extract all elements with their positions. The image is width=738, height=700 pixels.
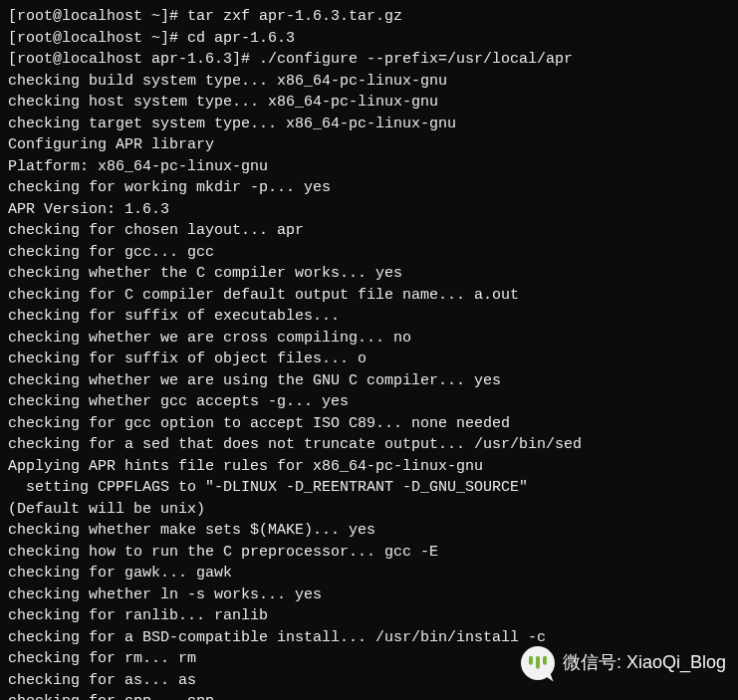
terminal-line: checking for gcc... gcc	[8, 242, 730, 264]
terminal-line: checking whether gcc accepts -g... yes	[8, 391, 730, 413]
terminal-line: checking whether the C compiler works...…	[8, 263, 730, 285]
terminal-line: APR Version: 1.6.3	[8, 199, 730, 221]
terminal-line: Applying APR hints file rules for x86_64…	[8, 456, 730, 478]
terminal-line: checking for a sed that does not truncat…	[8, 434, 730, 456]
terminal-line: [root@localhost ~]# tar zxf apr-1.6.3.ta…	[8, 6, 730, 28]
terminal-line: checking for suffix of executables...	[8, 306, 730, 328]
terminal-line: checking whether we are using the GNU C …	[8, 370, 730, 392]
terminal-line: checking how to run the C preprocessor..…	[8, 542, 730, 564]
terminal-line: checking whether make sets $(MAKE)... ye…	[8, 520, 730, 542]
terminal-line: checking for C compiler default output f…	[8, 285, 730, 307]
terminal-line: checking host system type... x86_64-pc-l…	[8, 92, 730, 114]
terminal-line: checking for cpp... cpp	[8, 691, 730, 700]
terminal-line: Configuring APR library	[8, 134, 730, 156]
terminal-line: checking for as... as	[8, 670, 730, 692]
terminal-line: [root@localhost ~]# cd apr-1.6.3	[8, 28, 730, 50]
terminal-line: checking for working mkdir -p... yes	[8, 177, 730, 199]
terminal-line: checking whether we are cross compiling.…	[8, 328, 730, 350]
terminal-line: Platform: x86_64-pc-linux-gnu	[8, 156, 730, 178]
terminal-line: (Default will be unix)	[8, 499, 730, 521]
terminal-line: checking target system type... x86_64-pc…	[8, 114, 730, 135]
terminal-line: checking for chosen layout... apr	[8, 220, 730, 242]
terminal-line: [root@localhost apr-1.6.3]# ./configure …	[8, 49, 730, 71]
terminal-line: setting CPPFLAGS to "-DLINUX -D_REENTRAN…	[8, 477, 730, 499]
terminal-line: checking for gawk... gawk	[8, 563, 730, 584]
terminal-line: checking for ranlib... ranlib	[8, 605, 730, 627]
terminal-output[interactable]: [root@localhost ~]# tar zxf apr-1.6.3.ta…	[0, 0, 738, 700]
terminal-line: checking for suffix of object files... o	[8, 349, 730, 370]
terminal-line: checking for rm... rm	[8, 648, 730, 670]
terminal-line: checking for a BSD-compatible install...…	[8, 627, 730, 649]
terminal-line: checking for gcc option to accept ISO C8…	[8, 413, 730, 435]
terminal-line: checking whether ln -s works... yes	[8, 584, 730, 606]
terminal-line: checking build system type... x86_64-pc-…	[8, 71, 730, 93]
